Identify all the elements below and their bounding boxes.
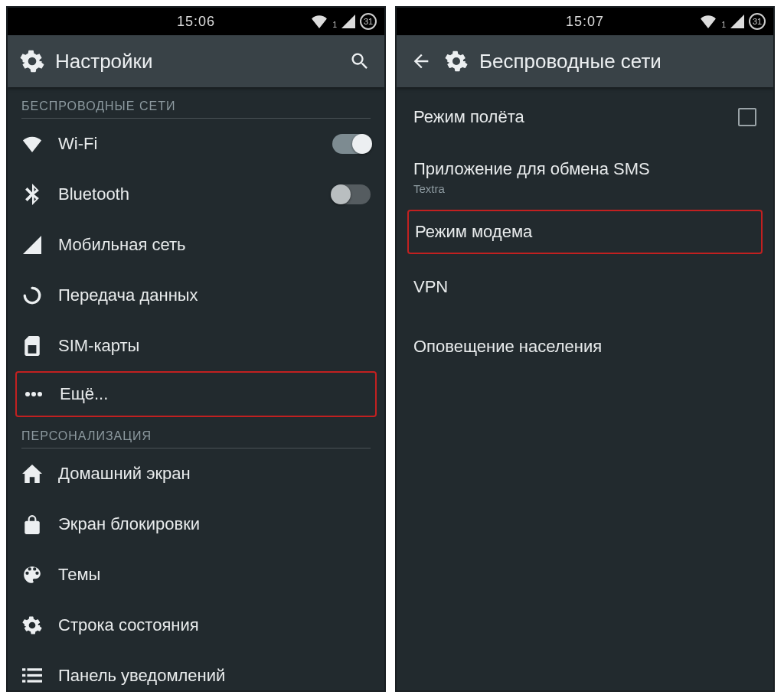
item-label: Приложение для обмена SMS xyxy=(413,159,756,179)
phone-wireless-settings: 15:07 1 31 Беспроводные сети Режим полёт… xyxy=(395,6,775,692)
item-label: Wi-Fi xyxy=(58,134,317,154)
status-icons: 1 31 xyxy=(311,13,377,30)
section-wireless: БЕСПРОВОДНЫЕ СЕТИ xyxy=(8,87,384,118)
sim-indicator: 1 xyxy=(721,21,726,29)
item-tethering[interactable]: Режим модема xyxy=(407,210,763,254)
more-dots-icon xyxy=(23,383,44,405)
svg-rect-4 xyxy=(28,668,43,670)
wifi-status-icon xyxy=(700,15,717,28)
svg-point-1 xyxy=(31,392,36,396)
item-label: Панель уведомлений xyxy=(58,666,371,686)
list-icon xyxy=(21,665,43,687)
item-notification-panel[interactable]: Панель уведомлений xyxy=(8,651,384,690)
settings-list: БЕСПРОВОДНЫЕ СЕТИ Wi-Fi Bluetooth Мобиль… xyxy=(8,87,384,690)
wifi-icon xyxy=(21,133,43,155)
airplane-checkbox[interactable] xyxy=(738,108,756,126)
svg-rect-5 xyxy=(22,674,25,677)
palette-icon xyxy=(21,564,43,585)
sim-card-icon xyxy=(21,335,43,357)
search-icon[interactable] xyxy=(348,49,372,73)
item-sim-cards[interactable]: SIM-карты xyxy=(8,321,384,371)
lock-icon xyxy=(21,514,43,535)
app-bar-title: Беспроводные сети xyxy=(479,50,761,73)
sim-indicator: 1 xyxy=(332,21,337,29)
status-time: 15:07 xyxy=(566,14,604,30)
item-label: Bluetooth xyxy=(58,184,317,204)
gear-icon xyxy=(20,49,44,73)
item-lock-screen[interactable]: Экран блокировки xyxy=(8,499,384,550)
wireless-list: Режим полёта Приложение для обмена SMS T… xyxy=(397,87,773,690)
svg-rect-6 xyxy=(28,674,43,677)
item-label: Режим полёта xyxy=(413,107,524,127)
item-label: Оповещение населения xyxy=(413,337,756,357)
wifi-toggle[interactable] xyxy=(332,134,371,154)
item-status-bar[interactable]: Строка состояния xyxy=(8,600,384,651)
data-usage-icon xyxy=(21,285,43,306)
status-bar: 15:06 1 31 xyxy=(8,8,384,35)
back-icon[interactable] xyxy=(409,49,433,73)
cell-signal-icon xyxy=(730,15,744,28)
cell-signal-icon xyxy=(21,234,43,256)
item-vpn[interactable]: VPN xyxy=(397,257,773,317)
item-airplane-mode[interactable]: Режим полёта xyxy=(397,87,773,147)
item-subtitle: Textra xyxy=(413,182,756,195)
item-mobile-network[interactable]: Мобильная сеть xyxy=(8,220,384,270)
app-bar-title: Настройки xyxy=(55,50,337,73)
item-themes[interactable]: Темы xyxy=(8,550,384,600)
svg-point-2 xyxy=(38,392,42,396)
item-cell-broadcast[interactable]: Оповещение населения xyxy=(397,317,773,377)
date-badge-icon: 31 xyxy=(749,13,766,30)
svg-point-0 xyxy=(25,392,30,396)
item-label: Режим модема xyxy=(415,222,755,242)
item-data-usage[interactable]: Передача данных xyxy=(8,270,384,321)
phone-settings: 15:06 1 31 Настройки БЕСПРОВОДНЫЕ СЕТИ xyxy=(6,6,386,692)
status-time: 15:06 xyxy=(177,14,215,30)
item-bluetooth[interactable]: Bluetooth xyxy=(8,169,384,220)
date-badge-icon: 31 xyxy=(360,13,377,30)
item-label: Домашний экран xyxy=(58,464,371,484)
item-label: Ещё... xyxy=(60,384,369,404)
home-icon xyxy=(21,463,43,484)
svg-rect-3 xyxy=(22,668,25,670)
item-label: SIM-карты xyxy=(58,336,371,356)
item-label: Строка состояния xyxy=(58,615,371,635)
section-personalization: ПЕРСОНАЛИЗАЦИЯ xyxy=(8,417,384,448)
wifi-status-icon xyxy=(311,15,328,28)
status-icons: 1 31 xyxy=(700,13,766,30)
gear-icon xyxy=(444,49,469,73)
gear-small-icon xyxy=(21,615,43,636)
item-wifi[interactable]: Wi-Fi xyxy=(8,119,384,169)
item-label: Экран блокировки xyxy=(58,514,371,534)
item-label: Передача данных xyxy=(58,285,371,305)
cell-signal-icon xyxy=(341,15,355,28)
status-bar: 15:07 1 31 xyxy=(397,8,773,35)
app-bar: Настройки xyxy=(8,35,384,87)
item-label: Мобильная сеть xyxy=(58,235,371,255)
item-sms-app[interactable]: Приложение для обмена SMS Textra xyxy=(397,147,773,207)
bluetooth-icon xyxy=(21,184,43,205)
bluetooth-toggle[interactable] xyxy=(332,184,371,204)
svg-rect-8 xyxy=(28,680,43,682)
svg-rect-7 xyxy=(22,680,25,682)
item-more[interactable]: Ещё... xyxy=(15,371,377,417)
item-label: Темы xyxy=(58,565,371,585)
app-bar: Беспроводные сети xyxy=(397,35,773,87)
item-home-screen[interactable]: Домашний экран xyxy=(8,448,384,499)
item-label: VPN xyxy=(413,277,756,297)
